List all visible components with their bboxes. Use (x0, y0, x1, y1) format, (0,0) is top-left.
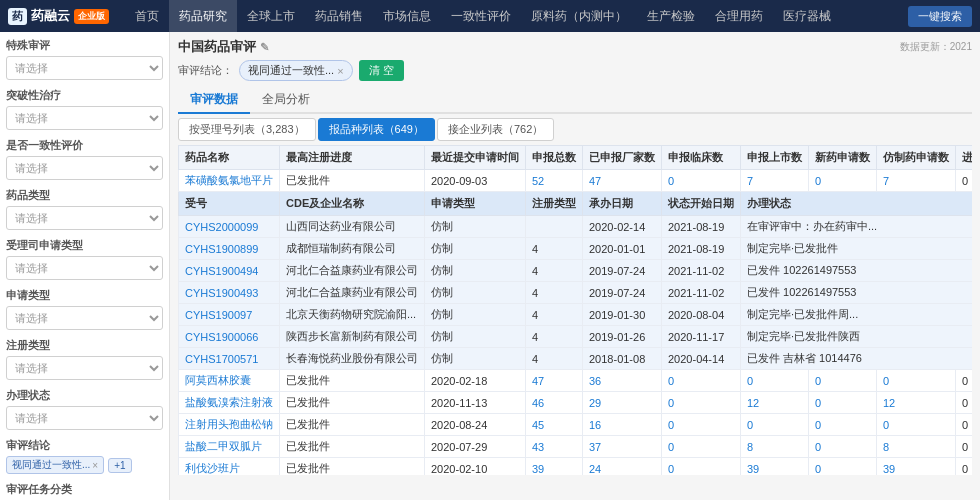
cde-id-link[interactable]: CYHS1700571 (185, 353, 258, 365)
market-link[interactable]: 39 (747, 463, 759, 475)
drug-name-link[interactable]: 盐酸二甲双胍片 (185, 440, 262, 452)
drug-type-label: 药品类型 (6, 188, 163, 203)
cde-id-link[interactable]: CYHS1900899 (185, 243, 258, 255)
generic-link[interactable]: 0 (883, 375, 889, 387)
clinical-link[interactable]: 0 (668, 419, 674, 431)
cde-app-type: 仿制 (425, 326, 526, 348)
sidebar-review-result: 审评结论 视同通过一致性... × +1 (6, 438, 163, 474)
clear-button[interactable]: 清 空 (359, 60, 404, 81)
subtab-by-company[interactable]: 接企业列表（762） (437, 118, 554, 141)
total-link[interactable]: 52 (532, 175, 544, 187)
newdrug-link[interactable]: 0 (815, 397, 821, 409)
nav-global-market[interactable]: 全球上市 (237, 0, 305, 32)
cde-col-app-type: 申请类型 (425, 192, 526, 216)
cde-id-link[interactable]: CYHS190097 (185, 309, 252, 321)
drug-name-link[interactable]: 利伐沙班片 (185, 462, 240, 474)
nav-market-info[interactable]: 市场信息 (373, 0, 441, 32)
drug-name-link[interactable]: 注射用头孢曲松钠 (185, 418, 273, 430)
handle-status-select[interactable]: 请选择 (6, 406, 163, 430)
total-link[interactable]: 45 (532, 419, 544, 431)
total-link[interactable]: 43 (532, 441, 544, 453)
tab-review-data[interactable]: 审评数据 (178, 87, 250, 114)
drug-status-cell: 已发批件 (280, 170, 425, 192)
table-row: 利伐沙班片 已发批件2020-02-10 39 24 0 39 0 39 0 (179, 458, 973, 476)
generic-link[interactable]: 0 (883, 419, 889, 431)
total-link[interactable]: 46 (532, 397, 544, 409)
cde-id-link[interactable]: CYHS1900066 (185, 331, 258, 343)
market-link[interactable]: 7 (747, 175, 753, 187)
cde-id-link[interactable]: CYHS2000099 (185, 221, 258, 233)
total-link[interactable]: 47 (532, 375, 544, 387)
market-link[interactable]: 0 (747, 419, 753, 431)
edit-icon[interactable]: ✎ (260, 41, 269, 54)
nav-production[interactable]: 生产检验 (637, 0, 705, 32)
generic-link[interactable]: 7 (883, 175, 889, 187)
factories-link[interactable]: 47 (589, 175, 601, 187)
drug-factories-cell: 47 (583, 170, 662, 192)
reg-type-select[interactable]: 请选择 (6, 356, 163, 380)
nav-api[interactable]: 原料药（内测中） (521, 0, 637, 32)
special-review-select[interactable]: 请选择 (6, 56, 163, 80)
nav-drug-sales[interactable]: 药品销售 (305, 0, 373, 32)
clinical-link[interactable]: 0 (668, 463, 674, 475)
nav-medical-devices[interactable]: 医疗器械 (773, 0, 841, 32)
cde-id-link[interactable]: CYHS1900494 (185, 265, 258, 277)
factories-link[interactable]: 36 (589, 375, 601, 387)
cde-reg-type: 4 (526, 304, 583, 326)
nav-drug-research[interactable]: 药品研究 (169, 0, 237, 32)
table-row: 盐酸氨溴索注射液 已发批件2020-11-13 46 29 0 12 0 12 … (179, 392, 973, 414)
generic-link[interactable]: 12 (883, 397, 895, 409)
total-link[interactable]: 39 (532, 463, 544, 475)
cde-table-row: CYHS1900494 河北仁合益康药业有限公司 仿制 4 2019-07-24… (179, 260, 973, 282)
table-wrapper: 药品名称 最高注册进度 最近提交申请时间 申报总数 已申报厂家数 申报临床数 申… (178, 145, 972, 475)
drug-type-select[interactable]: 请选择 (6, 206, 163, 230)
consistency-select[interactable]: 请选择 (6, 156, 163, 180)
drug-name-link[interactable]: 盐酸氨溴索注射液 (185, 396, 273, 408)
sidebar-apply-type: 申请类型 请选择 (6, 288, 163, 330)
tag-close-icon[interactable]: × (92, 460, 98, 471)
col-last-submit: 最近提交申请时间 (425, 146, 526, 170)
drug-name-link[interactable]: 苯磺酸氨氯地平片 (185, 174, 273, 186)
nav-rational-use[interactable]: 合理用药 (705, 0, 773, 32)
col-total: 申报总数 (526, 146, 583, 170)
review-result-tags: 视同通过一致性... × +1 (6, 456, 163, 474)
breakthrough-select[interactable]: 请选择 (6, 106, 163, 130)
drug-generic-cell: 7 (877, 170, 956, 192)
quick-search-button[interactable]: 一键搜索 (908, 6, 972, 27)
nav-home[interactable]: 首页 (125, 0, 169, 32)
newdrug-link[interactable]: 0 (815, 175, 821, 187)
drug-name-link[interactable]: 阿莫西林胶囊 (185, 374, 251, 386)
newdrug-link[interactable]: 0 (815, 375, 821, 387)
factories-link[interactable]: 29 (589, 397, 601, 409)
generic-link[interactable]: 8 (883, 441, 889, 453)
review-result-plus[interactable]: +1 (108, 458, 131, 473)
cde-company: 北京天衡药物研究院渝阳... (280, 304, 425, 326)
market-link[interactable]: 12 (747, 397, 759, 409)
app-type-select[interactable]: 请选择 (6, 256, 163, 280)
cde-id-link[interactable]: CYHS1900493 (185, 287, 258, 299)
market-link[interactable]: 8 (747, 441, 753, 453)
col-drug-name: 药品名称 (179, 146, 280, 170)
clinical-link[interactable]: 0 (668, 175, 674, 187)
factories-link[interactable]: 16 (589, 419, 601, 431)
clinical-link[interactable]: 0 (668, 375, 674, 387)
logo-text: 药融云 (31, 7, 70, 25)
tab-global-analysis[interactable]: 全局分析 (250, 87, 322, 114)
factories-link[interactable]: 37 (589, 441, 601, 453)
subtab-by-drug[interactable]: 报品种列表（649） (318, 118, 435, 141)
cde-reg-type: 4 (526, 326, 583, 348)
apply-type-select[interactable]: 请选择 (6, 306, 163, 330)
factories-link[interactable]: 24 (589, 463, 601, 475)
newdrug-link[interactable]: 0 (815, 441, 821, 453)
nav-consistency[interactable]: 一致性评价 (441, 0, 521, 32)
cde-company: 山西同达药业有限公司 (280, 216, 425, 238)
result-tag-close-icon[interactable]: × (337, 65, 343, 77)
clinical-link[interactable]: 0 (668, 397, 674, 409)
cde-date1: 2019-07-24 (583, 260, 662, 282)
subtab-by-number[interactable]: 按受理号列表（3,283） (178, 118, 316, 141)
newdrug-link[interactable]: 0 (815, 419, 821, 431)
newdrug-link[interactable]: 0 (815, 463, 821, 475)
market-link[interactable]: 0 (747, 375, 753, 387)
clinical-link[interactable]: 0 (668, 441, 674, 453)
generic-link[interactable]: 39 (883, 463, 895, 475)
